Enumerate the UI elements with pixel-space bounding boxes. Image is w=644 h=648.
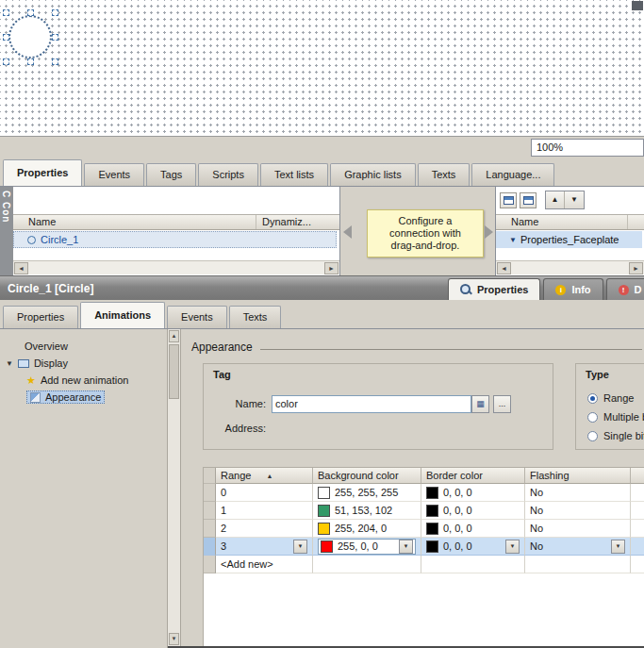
tree-item-overview[interactable]: Overview (25, 339, 68, 354)
range-cell[interactable]: 2 (216, 520, 313, 538)
range-cell[interactable]: 1 (216, 502, 313, 520)
background-color-edit[interactable]: 255, 0, 0 ▼ (318, 539, 416, 555)
scroll-right-button[interactable]: ► (629, 262, 643, 274)
circle-row[interactable]: Circle_1 (13, 231, 337, 248)
background-color-cell[interactable]: 255, 204, 0 (313, 520, 421, 538)
tree-label: Overview (25, 341, 68, 352)
range-row-3-selected[interactable]: 3 ▼ 255, 0, 0 ▼ 0, 0, 0 ▼ (204, 538, 644, 556)
tab-scripts[interactable]: Scripts (198, 163, 258, 186)
row-selector[interactable] (204, 484, 216, 502)
flashing-cell[interactable]: No (525, 484, 631, 502)
selection-handle-nw[interactable] (3, 9, 9, 16)
row-selector[interactable] (204, 520, 216, 538)
radio-range[interactable]: Range (587, 392, 634, 404)
range-row-0[interactable]: 0 255, 255, 255 0, 0, 0 No (204, 484, 644, 502)
tab-events-inspector[interactable]: Events (167, 306, 227, 328)
properties-faceplate-row[interactable]: ▼ Properties_Faceplate (496, 231, 642, 248)
column-name[interactable]: Name (496, 215, 628, 229)
column-header-range[interactable]: Range ▲ (216, 468, 313, 484)
row-selector[interactable] (204, 556, 216, 573)
color-value: 0, 0, 0 (443, 523, 472, 534)
tab-properties-inspector[interactable]: Properties (3, 306, 78, 328)
column-dynamization[interactable]: Dynamiz... (256, 215, 339, 229)
zoom-level-field[interactable]: 100% (531, 139, 644, 157)
tab-graphic-lists[interactable]: Graphic lists (330, 163, 416, 186)
add-new-cell[interactable]: <Add new> (216, 556, 313, 573)
faceplate-grid-alt-icon[interactable] (520, 192, 537, 208)
selection-handle-w[interactable] (3, 34, 9, 41)
tab-texts-inspector[interactable]: Texts (229, 306, 282, 328)
radio-single-bit[interactable]: Single bit (587, 430, 644, 441)
range-row-1[interactable]: 1 51, 153, 102 0, 0, 0 No (204, 502, 644, 520)
tag-more-button[interactable]: ... (493, 395, 511, 413)
selection-handle-ne[interactable] (52, 9, 58, 16)
flashing-dropdown-button[interactable]: ▼ (611, 540, 625, 554)
selection-handle-e[interactable] (52, 34, 58, 41)
range-dropdown-button[interactable]: ▼ (293, 540, 307, 554)
tree-item-add-new-animation[interactable]: ★ Add new animation (26, 373, 128, 388)
scroll-up-button[interactable]: ▲ (169, 330, 179, 342)
selection-handle-n[interactable] (27, 9, 34, 16)
scroll-left-button[interactable]: ◄ (14, 262, 28, 274)
expander-icon[interactable]: ▼ (509, 236, 517, 244)
view-tab-info[interactable]: i Info (543, 278, 603, 300)
target-horizontal-scrollbar[interactable]: ◄ ► (496, 260, 644, 274)
selection-handle-sw[interactable] (3, 58, 9, 65)
tab-animations[interactable]: Animations (80, 302, 165, 328)
vertical-scrollbar[interactable]: ▲ ▼ (167, 329, 181, 648)
tab-texts-editor[interactable]: Texts (418, 163, 471, 186)
cross-connections-side-tab[interactable]: C Con (0, 187, 13, 275)
tab-language[interactable]: Language... (471, 163, 554, 186)
add-new-row[interactable]: <Add new> (204, 556, 644, 573)
radio-multiple-bits[interactable]: Multiple bits (587, 411, 644, 423)
tab-text-lists[interactable]: Text lists (260, 163, 328, 186)
column-header-border-color[interactable]: Border color (421, 468, 525, 484)
scroll-left-button[interactable]: ◄ (497, 262, 511, 274)
row-selector[interactable] (204, 538, 216, 556)
tag-name-input[interactable]: color (272, 395, 471, 413)
tree-item-display[interactable]: ▼ Display (6, 356, 68, 371)
view-tab-diagnostics[interactable]: ! D (606, 278, 644, 300)
scrollbar-thumb[interactable] (169, 344, 179, 399)
selection-handle-s[interactable] (27, 58, 34, 65)
expander-icon[interactable]: ▼ (6, 359, 13, 368)
scroll-down-button[interactable]: ▼ (169, 633, 179, 645)
background-color-cell[interactable]: 255, 255, 255 (313, 484, 421, 502)
selection-handle-se[interactable] (52, 58, 58, 65)
flashing-cell[interactable]: No (525, 520, 631, 538)
tag-browse-button[interactable]: ▦ (471, 395, 489, 413)
row-selector[interactable] (204, 502, 216, 520)
border-color-cell[interactable]: 0, 0, 0 (421, 520, 525, 538)
background-color-cell[interactable]: 51, 153, 102 (313, 502, 421, 520)
background-color-dropdown-button[interactable]: ▼ (399, 540, 413, 554)
radio-dot (587, 431, 598, 441)
move-down-button[interactable]: ▼ (565, 191, 584, 208)
view-tab-properties[interactable]: Properties (448, 278, 540, 300)
faceplate-grid-icon[interactable] (500, 192, 517, 208)
circle-shape[interactable] (8, 15, 52, 58)
tree-item-appearance[interactable]: Appearance (26, 390, 105, 405)
source-horizontal-scrollbar[interactable]: ◄ ► (13, 260, 339, 274)
column-header-flashing[interactable]: Flashing (525, 468, 631, 484)
border-color-dropdown-button[interactable]: ▼ (505, 540, 520, 554)
tab-tags[interactable]: Tags (146, 163, 196, 186)
tab-events-editor[interactable]: Events (84, 163, 144, 186)
border-color-cell[interactable]: 0, 0, 0 (421, 502, 525, 520)
flashing-cell[interactable]: No (525, 502, 631, 520)
range-row-2[interactable]: 2 255, 204, 0 0, 0, 0 No (204, 520, 644, 538)
scroll-right-button[interactable]: ► (324, 262, 339, 274)
column-name[interactable]: Name (13, 215, 256, 229)
border-color-cell[interactable]: 0, 0, 0 ▼ (421, 538, 525, 556)
background-color-cell[interactable]: 255, 0, 0 ▼ (313, 538, 421, 556)
border-color-cell[interactable]: 0, 0, 0 (421, 484, 525, 502)
move-up-button[interactable]: ▲ (546, 191, 565, 208)
circle-selection[interactable] (5, 11, 57, 63)
screen-canvas[interactable] (0, 0, 644, 137)
section-heading-label: Appearance (191, 341, 253, 354)
range-cell[interactable]: 0 (216, 484, 313, 502)
flashing-cell[interactable]: No ▼ (525, 538, 631, 556)
selected-tree-item[interactable]: Appearance (26, 390, 105, 404)
range-cell[interactable]: 3 ▼ (216, 538, 313, 556)
column-header-background-color[interactable]: Background color (313, 468, 421, 484)
tab-properties-editor[interactable]: Properties (3, 159, 82, 186)
